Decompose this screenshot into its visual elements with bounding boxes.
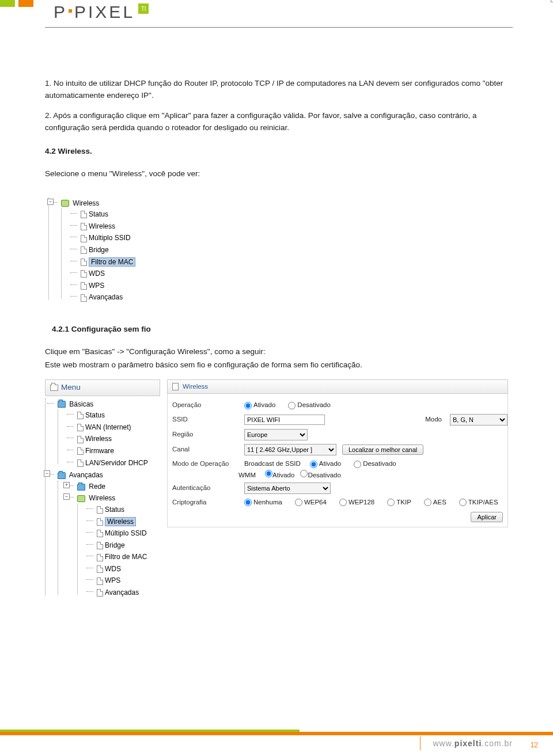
config-screenshot: Menu Básicas StatusWAN (Internet)Wireles…	[45, 379, 508, 600]
radio-bcast-ativado[interactable]: Ativado	[310, 459, 341, 469]
menu-panel-header: Menu	[45, 379, 160, 396]
tree-item[interactable]: Bridge	[86, 540, 160, 552]
page-icon	[81, 282, 87, 290]
nav-tree: Básicas StatusWAN (Internet)WirelessFirm…	[45, 398, 160, 600]
logo: PPIXEL TI	[54, 2, 149, 22]
apply-button[interactable]: Aplicar	[471, 512, 503, 522]
footer-accent-orange	[0, 732, 553, 735]
radio-desativado[interactable]: Desativado	[288, 400, 331, 411]
page-icon	[97, 565, 103, 573]
page-icon	[81, 294, 87, 302]
expand-icon[interactable]: +	[63, 482, 70, 488]
folder-icon	[58, 401, 66, 408]
page-icon	[97, 542, 103, 549]
heading-4-2-1: 4.2.1 Configuração sem fio	[52, 324, 508, 336]
tree-item[interactable]: WDS	[86, 563, 160, 575]
page-icon	[97, 518, 103, 526]
tree-item[interactable]: Status	[70, 208, 508, 221]
tree-item[interactable]: Filtro de MAC	[70, 256, 508, 268]
tree-item[interactable]: Firmware	[67, 445, 160, 457]
page-icon	[81, 223, 87, 230]
tree-item[interactable]: Filtro de MAC	[86, 551, 160, 563]
tree-item[interactable]: WAN (Internet)	[67, 421, 160, 434]
tree-item[interactable]: WDS	[70, 268, 508, 280]
paragraph-1: 1. No intuito de utilizar DHCP função do…	[45, 78, 508, 102]
collapse-icon[interactable]: −	[63, 493, 70, 500]
radio-bcast-desativado[interactable]: Desativado	[354, 459, 396, 469]
paragraph-4: Clique em "Basicas" -> "Configuração Wir…	[45, 346, 508, 358]
page-icon	[97, 506, 103, 514]
folder-icon	[77, 484, 85, 491]
radio-wmm-desativado[interactable]: Desativado	[300, 470, 341, 481]
tree-item[interactable]: WPS	[70, 280, 508, 292]
page-header: PPIXEL TI	[0, 0, 553, 32]
radio-ativado[interactable]: Ativado	[244, 400, 275, 411]
tree-item[interactable]: Wireless	[67, 433, 160, 445]
page-icon	[172, 383, 179, 390]
page-icon	[97, 589, 103, 597]
select-modo[interactable]: B, G, N	[450, 414, 507, 426]
tree-item[interactable]: Avançadas	[86, 587, 160, 599]
tree-wireless-adv[interactable]: − Wireless StatusWirelessMúltiplo SSIDBr…	[67, 492, 160, 599]
radio-wmm-ativado[interactable]: Ativado	[265, 470, 294, 481]
tree-item[interactable]: Bridge	[70, 244, 508, 256]
document-body: 1. No intuito de utilizar DHCP função do…	[0, 32, 553, 600]
tree-item[interactable]: Status	[67, 409, 160, 421]
collapse-icon[interactable]: −	[44, 470, 50, 477]
folder-icon	[61, 200, 69, 207]
tree-item[interactable]: WPS	[86, 575, 160, 587]
tree-rede[interactable]: + Rede	[67, 481, 160, 493]
label-operacao: Operação	[172, 400, 238, 411]
collapse-icon[interactable]: −	[47, 199, 54, 205]
page-icon	[81, 211, 87, 218]
radio-cripto-wep128[interactable]: WEP128	[339, 497, 374, 508]
tree-root[interactable]: − Wireless StatusWirelessMúltiplo SSIDBr…	[51, 197, 508, 304]
label-canal: Canal	[172, 445, 238, 455]
tree-item[interactable]: Wireless	[86, 516, 160, 528]
tree-item[interactable]: Múltiplo SSID	[86, 527, 160, 540]
folder-icon	[58, 472, 66, 479]
page-icon	[81, 259, 87, 266]
radio-cripto-wep64[interactable]: WEP64	[295, 497, 327, 508]
radio-cripto-aes[interactable]: AES	[424, 497, 446, 508]
select-auth[interactable]: Sistema Aberto	[244, 483, 331, 494]
page-number: 12	[531, 741, 538, 749]
label-auth: Autenticação	[172, 483, 238, 493]
select-canal[interactable]: 11 [ 2.462 GHz,Upper ]	[244, 444, 336, 455]
heading-4-2: 4.2 Wireless.	[45, 146, 508, 158]
folder-icon	[77, 495, 85, 502]
page-icon	[81, 246, 87, 254]
page-icon	[81, 270, 87, 278]
best-channel-button[interactable]: Localizar o melhor canal	[342, 445, 423, 455]
label-modo-op: Modo de Operação	[172, 459, 238, 469]
header-accent-bars	[0, 0, 33, 7]
page-icon	[97, 530, 103, 537]
page-icon	[77, 424, 84, 431]
paragraph-3: Selecione o menu "Wireless", você pode v…	[45, 168, 508, 180]
radio-cripto-tkip/aes[interactable]: TKIP/AES	[459, 497, 498, 508]
footer-url: www.pixelti.com.br	[433, 739, 513, 748]
logo-badge: TI	[138, 3, 149, 14]
label-cripto: Criptografia	[172, 497, 238, 508]
tree-item[interactable]: Múltiplo SSID	[70, 232, 508, 244]
panel-title: Wireless	[183, 382, 208, 392]
wireless-menu-tree: − Wireless StatusWirelessMúltiplo SSIDBr…	[48, 197, 508, 304]
input-ssid[interactable]	[244, 415, 325, 425]
tree-item[interactable]: Avançadas	[70, 291, 508, 303]
tree-avancadas[interactable]: − Avançadas + Rede −	[47, 469, 160, 600]
label-ssid: SSID	[172, 415, 238, 425]
tree-basicas[interactable]: Básicas StatusWAN (Internet)WirelessFirm…	[47, 398, 160, 470]
paragraph-2: 2. Após a configuração clique em "Aplica…	[45, 110, 508, 134]
tree-item[interactable]: Status	[86, 504, 160, 516]
label-broadcast: Broadcast de SSID	[244, 459, 301, 469]
page-icon	[77, 436, 84, 443]
select-regiao[interactable]: Europe	[244, 429, 308, 440]
radio-cripto-tkip[interactable]: TKIP	[387, 497, 411, 508]
page-icon	[77, 459, 84, 467]
radio-cripto-nenhuma[interactable]: Nenhuma	[244, 497, 282, 508]
tree-item[interactable]: Wireless	[70, 221, 508, 233]
wireless-settings-panel: Wireless Operação Ativado Desativado SSI…	[167, 379, 508, 527]
label-regiao: Região	[172, 430, 238, 440]
header-divider	[45, 27, 513, 28]
tree-item[interactable]: LAN/Servidor DHCP	[67, 457, 160, 469]
